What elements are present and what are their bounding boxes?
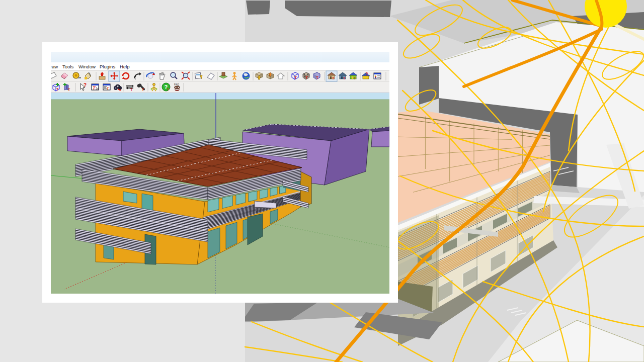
svg-text:T: T (167, 88, 169, 91)
svg-text:T: T (305, 75, 308, 80)
svg-text:T: T (294, 75, 297, 80)
svg-text:T: T (130, 88, 133, 92)
svg-text:T: T (142, 88, 144, 92)
svg-text:T: T (107, 87, 109, 90)
svg-text:3d: 3d (96, 87, 99, 90)
svg-text:T: T (332, 76, 335, 80)
svg-text:T: T (316, 75, 318, 80)
svg-text:T: T (68, 88, 70, 92)
svg-text:T: T (56, 87, 59, 91)
svg-text:?: ? (84, 82, 87, 88)
svg-text:FAQ: FAQ (174, 83, 179, 86)
svg-text:T: T (343, 76, 346, 80)
svg-text:?: ? (365, 71, 368, 76)
svg-text:T: T (354, 76, 356, 80)
